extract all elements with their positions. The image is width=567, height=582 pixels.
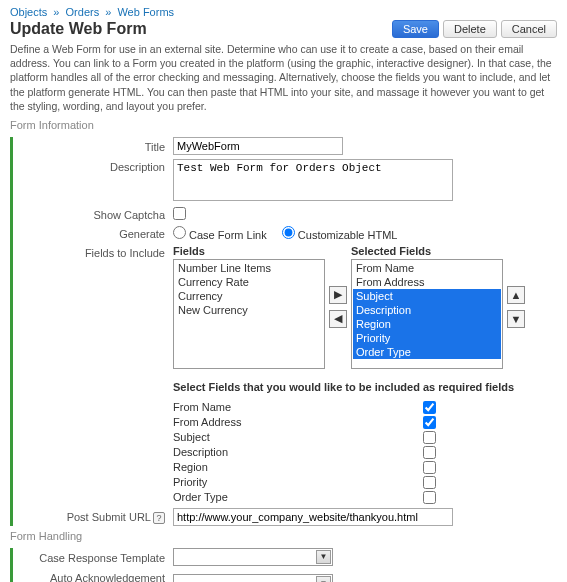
list-item[interactable]: Priority [353,331,501,345]
label-fields-to-include: Fields to Include [13,245,173,259]
breadcrumb: Objects » Orders » Web Forms [10,6,557,18]
post-submit-url-input[interactable] [173,508,453,526]
fields-header: Fields [173,245,325,257]
required-field-label: Order Type [173,491,423,503]
required-field-checkbox[interactable] [423,401,436,414]
required-field-label: From Name [173,401,423,413]
list-item[interactable]: Description [353,303,501,317]
title-input[interactable] [173,137,343,155]
section-form-information: Form Information [10,119,557,131]
generate-option-customizable-html[interactable]: Customizable HTML [282,229,398,241]
list-item[interactable]: From Address [353,275,501,289]
breadcrumb-link-objects[interactable]: Objects [10,6,47,18]
required-field-label: Region [173,461,423,473]
list-item[interactable]: New Currency [175,303,323,317]
required-field-row: From Address [173,416,557,429]
section-form-handling: Form Handling [10,530,557,542]
label-auto-ack-template: Auto Acknowledgement Template? [13,570,173,582]
required-field-checkbox[interactable] [423,431,436,444]
breadcrumb-link-web-forms[interactable]: Web Forms [117,6,174,18]
description-textarea[interactable]: Test Web Form for Orders Object [173,159,453,201]
help-icon[interactable]: ? [153,512,165,524]
list-item[interactable]: Region [353,317,501,331]
list-item[interactable]: From Name [353,261,501,275]
intro-text: Define a Web Form for use in an external… [10,42,557,113]
radio-label-customizable-html: Customizable HTML [298,229,398,241]
breadcrumb-link-orders[interactable]: Orders [66,6,100,18]
generate-option-case-form-link[interactable]: Case Form Link [173,229,270,241]
required-field-checkbox[interactable] [423,416,436,429]
list-item[interactable]: Currency [175,289,323,303]
required-field-checkbox[interactable] [423,476,436,489]
list-item[interactable]: Subject [353,289,501,303]
label-post-submit-url-text: Post Submit URL [67,511,151,523]
case-response-template-select[interactable]: ▼ [173,548,333,566]
required-field-row: Subject [173,431,557,444]
label-show-captcha: Show Captcha [13,207,173,221]
label-description: Description [13,159,173,173]
required-field-row: Region [173,461,557,474]
arrow-down-icon: ▼ [511,313,522,325]
list-item[interactable]: Order Type [353,345,501,359]
radio-label-case-form-link: Case Form Link [189,229,267,241]
move-up-button[interactable]: ▲ [507,286,525,304]
label-title: Title [13,139,173,153]
required-field-row: Priority [173,476,557,489]
label-generate: Generate [13,226,173,240]
delete-button[interactable]: Delete [443,20,497,38]
required-field-label: Subject [173,431,423,443]
label-post-submit-url: Post Submit URL? [13,509,173,524]
top-button-group: Save Delete Cancel [392,20,557,38]
save-button[interactable]: Save [392,20,439,38]
selected-fields-header: Selected Fields [351,245,503,257]
required-fields-note: Select Fields that you would like to be … [173,381,557,393]
required-field-checkbox[interactable] [423,461,436,474]
available-fields-listbox[interactable]: Number Line ItemsCurrency RateCurrencyNe… [173,259,325,369]
arrow-left-icon: ◀ [334,312,342,325]
page-title: Update Web Form [10,20,147,38]
dropdown-icon: ▼ [316,550,331,564]
required-field-label: From Address [173,416,423,428]
selected-fields-listbox[interactable]: From NameFrom AddressSubjectDescriptionR… [351,259,503,369]
required-field-row: From Name [173,401,557,414]
dropdown-icon: ▼ [316,576,331,582]
radio-case-form-link[interactable] [173,226,186,239]
required-field-row: Description [173,446,557,459]
label-case-response-template: Case Response Template [13,550,173,564]
list-item[interactable]: Number Line Items [175,261,323,275]
arrow-up-icon: ▲ [511,289,522,301]
show-captcha-checkbox[interactable] [173,207,186,220]
cancel-button[interactable]: Cancel [501,20,557,38]
required-field-checkbox[interactable] [423,491,436,504]
label-auto-ack-template-text: Auto Acknowledgement Template [50,572,165,582]
breadcrumb-sep: » [50,6,62,18]
auto-ack-template-select[interactable]: ▼ [173,574,333,582]
required-fields-table: From NameFrom AddressSubjectDescriptionR… [173,401,557,504]
list-item[interactable]: Currency Rate [175,275,323,289]
move-down-button[interactable]: ▼ [507,310,525,328]
move-right-button[interactable]: ▶ [329,286,347,304]
required-field-label: Priority [173,476,423,488]
required-field-row: Order Type [173,491,557,504]
required-field-checkbox[interactable] [423,446,436,459]
required-field-label: Description [173,446,423,458]
breadcrumb-sep: » [102,6,114,18]
move-left-button[interactable]: ◀ [329,310,347,328]
radio-customizable-html[interactable] [282,226,295,239]
arrow-right-icon: ▶ [334,288,342,301]
